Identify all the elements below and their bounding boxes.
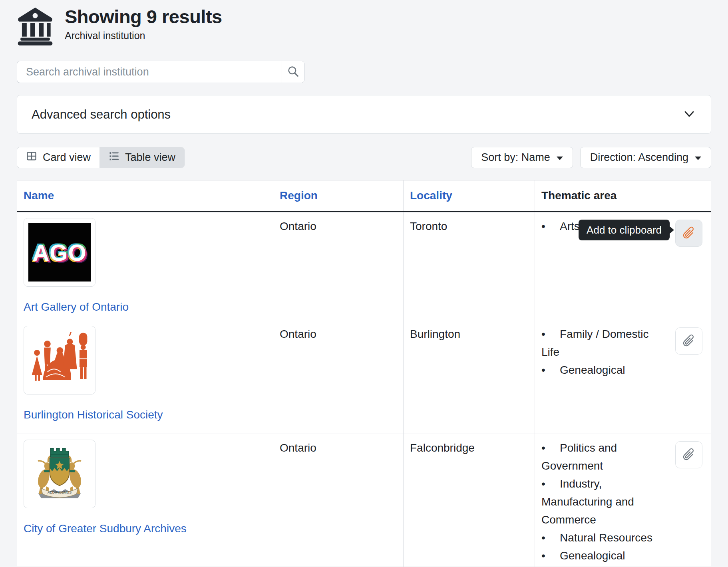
name-cell: AGO Art Gallery of Ontario — [17, 212, 273, 321]
column-header-thematic-area: Thematic area — [535, 180, 669, 211]
sudbury-coat-of-arms: AEDIFICEMUS — [28, 444, 91, 504]
chevron-down-icon — [682, 108, 696, 121]
thematic-item: Genealogical — [541, 361, 662, 379]
search-group — [17, 61, 304, 83]
sort-by-dropdown[interactable]: Sort by: Name — [471, 147, 573, 168]
locality-cell: Falconbridge — [403, 434, 535, 567]
list-icon — [108, 151, 119, 165]
paperclip-icon — [682, 333, 696, 349]
page-header: Showing 9 results Archival institution — [17, 0, 711, 46]
page-subtitle: Archival institution — [65, 30, 222, 42]
institution-logo[interactable]: AGO — [24, 218, 95, 287]
page-title: Showing 9 results — [65, 6, 222, 28]
table-row: AGO Art Gallery of Ontario Ontario Toron… — [17, 212, 711, 320]
thematic-item: Family / Domestic Life — [541, 325, 662, 361]
table-view-label: Table view — [125, 151, 175, 164]
institution-logo[interactable]: AEDIFICEMUS — [24, 440, 95, 508]
grid-icon — [26, 151, 37, 165]
table-row: AEDIFICEMUS City of Greater Sudbury Arch… — [17, 434, 711, 567]
add-to-clipboard-button[interactable] — [675, 441, 702, 468]
burlington-illustration — [28, 331, 91, 390]
view-toggle-group: Card view — [17, 147, 185, 168]
paperclip-icon — [682, 447, 696, 463]
name-cell: AEDIFICEMUS City of Greater Sudbury Arch… — [17, 434, 273, 567]
locality-cell: Toronto — [403, 212, 535, 321]
institution-link[interactable]: City of Greater Sudbury Archives — [24, 519, 187, 537]
search-icon — [287, 65, 300, 79]
clipboard-cell — [669, 434, 711, 567]
results-toolbar: Card view — [17, 147, 711, 168]
sort-controls: Sort by: Name Direction: Ascending — [471, 147, 711, 168]
card-view-button[interactable]: Card view — [17, 147, 99, 168]
search-button[interactable] — [282, 61, 304, 83]
motto-text: AEDIFICEMUS — [48, 490, 72, 494]
search-input[interactable] — [17, 61, 282, 83]
thematic-item: Genealogical — [541, 547, 662, 565]
institution-link[interactable]: Art Gallery of Ontario — [24, 298, 129, 316]
direction-label: Direction: Ascending — [590, 151, 688, 164]
results-table: Name Region Locality Thematic area AGO A… — [17, 180, 711, 567]
region-cell: Ontario — [273, 434, 403, 567]
sort-by-label: Sort by: Name — [481, 151, 550, 164]
table-row: Burlington Historical Society Ontario Bu… — [17, 320, 711, 434]
region-cell: Ontario — [273, 320, 403, 434]
advanced-search-label: Advanced search options — [32, 107, 171, 122]
column-header-name[interactable]: Name — [17, 180, 273, 211]
name-cell: Burlington Historical Society — [17, 320, 273, 434]
institution-link[interactable]: Burlington Historical Society — [24, 406, 163, 424]
region-cell: Ontario — [273, 212, 403, 321]
thematic-cell: Family / Domestic Life Genealogical — [535, 320, 669, 434]
direction-dropdown[interactable]: Direction: Ascending — [580, 147, 711, 168]
clipboard-cell — [669, 320, 711, 434]
thematic-item: Natural Resources — [541, 529, 662, 547]
thematic-cell: Politics and Government Industry, Manufa… — [535, 434, 669, 567]
institution-logo[interactable] — [24, 326, 95, 395]
add-to-clipboard-tooltip: Add to clipboard — [579, 220, 670, 240]
card-view-label: Card view — [43, 151, 91, 164]
ago-logo-image: AGO — [28, 223, 91, 282]
table-header-row: Name Region Locality Thematic area — [17, 180, 711, 212]
paperclip-icon — [682, 226, 696, 241]
column-header-clipboard — [669, 180, 711, 211]
thematic-item: Industry, Manufacturing and Commerce — [541, 475, 662, 529]
archival-institution-browse-page: Showing 9 results Archival institution A… — [0, 0, 728, 567]
add-to-clipboard-button[interactable] — [675, 327, 702, 355]
bank-icon — [17, 6, 54, 46]
advanced-search-toggle[interactable]: Advanced search options — [17, 95, 711, 134]
header-text: Showing 9 results Archival institution — [65, 6, 222, 42]
locality-cell: Burlington — [403, 320, 535, 434]
thematic-item: Politics and Government — [541, 439, 662, 475]
column-header-locality[interactable]: Locality — [403, 180, 535, 211]
add-to-clipboard-button[interactable] — [675, 220, 702, 247]
clipboard-cell — [669, 212, 711, 321]
column-header-region[interactable]: Region — [273, 180, 403, 211]
table-view-button[interactable]: Table view — [99, 147, 184, 168]
caret-down-icon — [695, 157, 701, 160]
caret-down-icon — [557, 157, 563, 160]
